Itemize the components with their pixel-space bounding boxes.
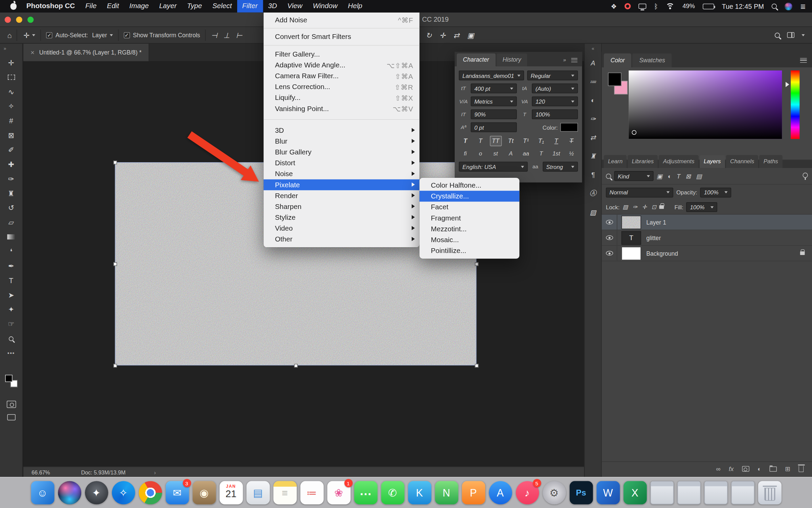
menu-item-add-noise[interactable]: Add Noise ^⌘F bbox=[264, 15, 420, 25]
character-styles-panel-icon[interactable]: A bbox=[587, 57, 599, 69]
3d-panel-icon[interactable]: ▧ bbox=[587, 206, 599, 218]
display-icon[interactable] bbox=[638, 4, 646, 9]
saturation-brightness-field[interactable] bbox=[629, 70, 782, 139]
menu-item-distort[interactable]: Distort bbox=[264, 157, 420, 168]
hue-slider[interactable] bbox=[791, 70, 799, 139]
dock-pages[interactable]: P bbox=[462, 481, 485, 504]
frame-tool[interactable]: ⊠ bbox=[4, 128, 18, 143]
spotlight-search-icon[interactable] bbox=[772, 4, 777, 9]
zoom-tool[interactable] bbox=[4, 331, 18, 346]
dock-system-preferences[interactable]: ⚙ bbox=[542, 481, 566, 504]
layer-thumbnail[interactable]: T bbox=[622, 231, 641, 245]
layer-style-icon[interactable]: fx bbox=[729, 465, 734, 472]
menu-item-vanishing-point[interactable]: Vanishing Point... ⌥⌘V bbox=[264, 103, 420, 114]
tab-color[interactable]: Color bbox=[604, 54, 632, 67]
tab-swatches[interactable]: Swatches bbox=[633, 54, 672, 67]
menu-item-sharpen[interactable]: Sharpen bbox=[264, 201, 420, 212]
menu-item-blur[interactable]: Blur bbox=[264, 136, 420, 147]
dock-files[interactable]: ▤ bbox=[246, 481, 270, 504]
kerning-select[interactable]: Metrics bbox=[471, 97, 517, 106]
glyphs-panel-icon[interactable]: Ⓐ bbox=[587, 187, 599, 200]
clone-stamp-tool[interactable]: ♜ bbox=[4, 186, 18, 200]
dock-excel[interactable]: X bbox=[623, 481, 647, 504]
menu-file[interactable]: File bbox=[80, 0, 102, 13]
all-caps-button[interactable]: TT bbox=[490, 136, 501, 146]
ligatures-button[interactable]: fi bbox=[459, 149, 471, 158]
menu-item-camera-raw-filter[interactable]: Camera Raw Filter... ⇧⌘A bbox=[264, 70, 420, 81]
delete-layer-icon[interactable] bbox=[798, 466, 804, 472]
menu-item-other[interactable]: Other bbox=[264, 234, 420, 245]
tab-channels[interactable]: Channels bbox=[726, 155, 759, 168]
dock-keynote[interactable]: K bbox=[408, 481, 431, 504]
strikethrough-button[interactable]: T bbox=[565, 136, 577, 146]
tab-character[interactable]: Character bbox=[457, 54, 495, 66]
dock-window-2[interactable] bbox=[677, 481, 700, 504]
menu-filter[interactable]: Filter bbox=[237, 0, 263, 13]
faux-bold-button[interactable]: T bbox=[459, 136, 471, 146]
pen-tool[interactable]: ✒ bbox=[4, 259, 18, 273]
transform-handle[interactable] bbox=[294, 364, 298, 367]
underline-button[interactable]: T bbox=[550, 136, 562, 146]
hand-tool[interactable]: ☞ bbox=[4, 317, 18, 331]
show-transform-controls-checkbox[interactable]: ✓ bbox=[123, 32, 130, 38]
tab-learn[interactable]: Learn bbox=[604, 155, 627, 168]
dock-window-1[interactable] bbox=[650, 481, 674, 504]
layer-row-layer-1[interactable]: Layer 1 bbox=[602, 215, 812, 230]
text-color-swatch[interactable] bbox=[560, 123, 578, 132]
layer-visibility-toggle[interactable] bbox=[602, 230, 617, 245]
clone-source-panel-icon[interactable]: ♜ bbox=[587, 150, 599, 162]
eraser-tool[interactable]: ▱ bbox=[4, 215, 18, 230]
collapse-panel-icon[interactable]: » bbox=[0, 44, 10, 56]
new-layer-icon[interactable]: ⊞ bbox=[785, 465, 790, 472]
menu-item-fragment[interactable]: Fragment bbox=[420, 213, 519, 224]
ordinals-button[interactable]: o bbox=[474, 149, 486, 158]
zoom-window-button[interactable] bbox=[27, 17, 33, 23]
adjustments-panel-icon[interactable]: ◐ bbox=[587, 94, 599, 106]
menu-view[interactable]: View bbox=[282, 0, 308, 13]
filter-adjustment-layers-icon[interactable]: ◐ bbox=[668, 172, 671, 179]
dock-window-3[interactable] bbox=[704, 481, 727, 504]
pan-3d-icon[interactable]: ✛ bbox=[439, 31, 446, 39]
dock-calendar[interactable]: JAN 21 bbox=[219, 481, 243, 504]
faux-italic-button[interactable]: T bbox=[474, 136, 486, 146]
brushes-panel-icon[interactable]: ✑ bbox=[587, 112, 599, 125]
adjustment-layer-icon[interactable]: ◐ bbox=[758, 465, 761, 472]
menu-item-pixelate[interactable]: Pixelate bbox=[264, 179, 420, 190]
wifi-icon[interactable] bbox=[666, 3, 675, 9]
panel-menu-icon[interactable] bbox=[800, 58, 807, 63]
layer-thumbnail[interactable] bbox=[622, 215, 641, 229]
subscript-button[interactable]: T₁ bbox=[535, 136, 547, 146]
tab-history[interactable]: History bbox=[496, 54, 527, 66]
menu-item-color-halftone[interactable]: Color Halftone... bbox=[420, 180, 519, 191]
notification-center-icon[interactable]: ≣ bbox=[800, 2, 806, 10]
record-status-icon[interactable] bbox=[625, 3, 631, 9]
home-icon[interactable]: ⌂ bbox=[7, 31, 12, 39]
history-brush-tool[interactable]: ↺ bbox=[4, 200, 18, 215]
menu-edit[interactable]: Edit bbox=[102, 0, 124, 13]
swash-button[interactable]: A bbox=[505, 149, 517, 158]
menu-item-adaptive-wide-angle[interactable]: Adaptive Wide Angle... ⌥⇧⌘A bbox=[264, 60, 420, 70]
menu-item-blur-gallery[interactable]: Blur Gallery bbox=[264, 147, 420, 157]
transform-handle[interactable] bbox=[113, 161, 117, 164]
chevron-down-icon[interactable] bbox=[802, 34, 805, 36]
camera-3d-icon[interactable]: ▣ bbox=[467, 31, 474, 39]
expand-panel-icon[interactable]: » bbox=[563, 57, 566, 63]
minimize-window-button[interactable] bbox=[16, 17, 22, 23]
dropbox-icon[interactable]: ❖ bbox=[611, 2, 617, 10]
filter-shape-layers-icon[interactable]: ⊠ bbox=[685, 172, 691, 179]
dock-facetime[interactable]: ✆ bbox=[381, 481, 404, 504]
menu-item-filter-gallery[interactable]: Filter Gallery... bbox=[264, 49, 420, 60]
menu-help[interactable]: Help bbox=[343, 0, 367, 13]
crop-tool[interactable]: # bbox=[4, 113, 18, 128]
eyedropper-tool[interactable]: ✐ bbox=[4, 143, 18, 157]
dock-chrome[interactable] bbox=[138, 481, 162, 504]
layer-visibility-toggle[interactable] bbox=[602, 246, 617, 261]
menu-item-render[interactable]: Render bbox=[264, 190, 420, 201]
close-window-button[interactable] bbox=[5, 17, 11, 23]
workspace-layout-icon[interactable] bbox=[787, 32, 794, 38]
superscript-button[interactable]: T¹ bbox=[520, 136, 532, 146]
lock-position-icon[interactable]: ✛ bbox=[642, 204, 647, 211]
layer-thumbnail[interactable] bbox=[622, 247, 641, 260]
object-selection-tool[interactable]: ✧ bbox=[4, 99, 18, 113]
tab-libraries[interactable]: Libraries bbox=[628, 155, 658, 168]
